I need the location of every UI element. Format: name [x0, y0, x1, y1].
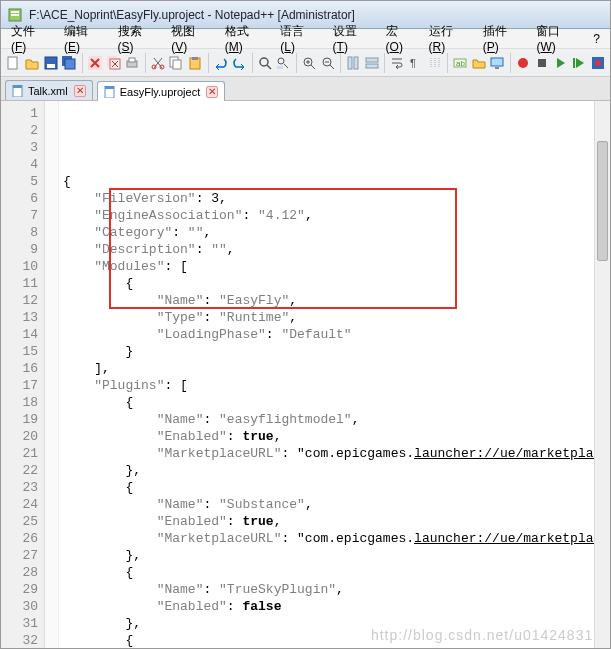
code-line[interactable]: {: [63, 275, 610, 292]
menu-S[interactable]: 搜索(S): [112, 22, 164, 55]
allchars-icon[interactable]: ¶: [408, 52, 425, 74]
toolbar: ¶ab: [1, 49, 610, 77]
tabbar: Talk.xml✕EasyFly.uproject✕: [1, 77, 610, 101]
svg-point-33: [518, 58, 528, 68]
code-line[interactable]: "Name": "EasyFly",: [63, 292, 610, 309]
editor-area: 1234567891011121314151617181920212223242…: [1, 101, 610, 649]
menu-V[interactable]: 视图(V): [165, 22, 217, 55]
undo-icon[interactable]: [212, 52, 229, 74]
code-line[interactable]: }: [63, 343, 610, 360]
svg-rect-12: [129, 58, 135, 62]
monitor-icon[interactable]: [489, 52, 506, 74]
line-number: 4: [1, 156, 38, 173]
svg-rect-1: [11, 11, 19, 13]
line-number: 16: [1, 360, 38, 377]
replace-icon[interactable]: [275, 52, 292, 74]
code-line[interactable]: {: [63, 479, 610, 496]
code-line[interactable]: },: [63, 547, 610, 564]
code-line[interactable]: },: [63, 462, 610, 479]
menu-?[interactable]: ?: [587, 31, 606, 47]
line-number: 28: [1, 564, 38, 581]
code-view[interactable]: http://blog.csdn.net/u014248312 { "FileV…: [59, 101, 610, 649]
print-icon[interactable]: [124, 52, 141, 74]
save-icon[interactable]: [42, 52, 59, 74]
line-number: 15: [1, 343, 38, 360]
sync-v-icon[interactable]: [345, 52, 362, 74]
code-line[interactable]: ],: [63, 360, 610, 377]
tab-close-icon[interactable]: ✕: [74, 85, 86, 97]
repeat-icon[interactable]: [571, 52, 588, 74]
code-line[interactable]: "Type": "Runtime",: [63, 309, 610, 326]
menu-P[interactable]: 插件(P): [477, 22, 529, 55]
code-line[interactable]: "Enabled": true,: [63, 428, 610, 445]
menu-E[interactable]: 编辑(E): [58, 22, 110, 55]
line-number: 8: [1, 224, 38, 241]
close-icon[interactable]: [87, 52, 104, 74]
code-line[interactable]: },: [63, 615, 610, 632]
code-line[interactable]: "FileVersion": 3,: [63, 190, 610, 207]
code-line[interactable]: "LoadingPhase": "Default": [63, 326, 610, 343]
menu-O[interactable]: 宏(O): [380, 22, 421, 55]
redo-icon[interactable]: [231, 52, 248, 74]
open-icon[interactable]: [24, 52, 41, 74]
lang-icon[interactable]: ab: [452, 52, 469, 74]
menu-M[interactable]: 格式(M): [219, 22, 273, 55]
tab-Talk-xml[interactable]: Talk.xml✕: [5, 80, 93, 100]
tab-label: EasyFly.uproject: [120, 86, 201, 98]
code-line[interactable]: "Description": "",: [63, 241, 610, 258]
zoom-out-icon[interactable]: [319, 52, 336, 74]
line-number: 18: [1, 394, 38, 411]
code-line[interactable]: "MarketplaceURL": "com.epicgames.launche…: [63, 445, 610, 462]
stop-icon[interactable]: [533, 52, 550, 74]
fold-margin: [45, 101, 59, 649]
code-line[interactable]: {: [63, 394, 610, 411]
cut-icon[interactable]: [149, 52, 166, 74]
code-line[interactable]: "Name": "TrueSkyPlugin",: [63, 581, 610, 598]
code-line[interactable]: "Category": "",: [63, 224, 610, 241]
code-line[interactable]: "MarketplaceURL": "com.epicgames.launche…: [63, 530, 610, 547]
scrollbar-thumb[interactable]: [597, 141, 608, 261]
indent-guide-icon[interactable]: [426, 52, 443, 74]
play-icon[interactable]: [552, 52, 569, 74]
paste-icon[interactable]: [187, 52, 204, 74]
wordwrap-icon[interactable]: [389, 52, 406, 74]
tab-EasyFly-uproject[interactable]: EasyFly.uproject✕: [97, 81, 226, 101]
menu-T[interactable]: 设置(T): [327, 22, 378, 55]
folder-icon[interactable]: [470, 52, 487, 74]
vertical-scrollbar[interactable]: [594, 101, 610, 649]
menu-R[interactable]: 运行(R): [423, 22, 475, 55]
svg-rect-2: [11, 14, 19, 16]
close-all-icon[interactable]: [105, 52, 122, 74]
code-line[interactable]: "Name": "Substance",: [63, 496, 610, 513]
line-number: 30: [1, 598, 38, 615]
save-macro-icon[interactable]: [589, 52, 606, 74]
menu-F[interactable]: 文件(F): [5, 22, 56, 55]
code-line[interactable]: "Modules": [: [63, 258, 610, 275]
line-number: 23: [1, 479, 38, 496]
code-line[interactable]: "Name": "easyflightmodel",: [63, 411, 610, 428]
svg-point-36: [595, 60, 601, 66]
record-icon[interactable]: [514, 52, 531, 74]
code-line[interactable]: "Plugins": [: [63, 377, 610, 394]
file-icon: [12, 85, 24, 97]
code-line[interactable]: {: [63, 564, 610, 581]
toolbar-separator: [145, 53, 146, 73]
new-icon[interactable]: [5, 52, 22, 74]
tab-close-icon[interactable]: ✕: [206, 86, 218, 98]
zoom-in-icon[interactable]: [301, 52, 318, 74]
code-line[interactable]: "Enabled": true,: [63, 513, 610, 530]
save-all-icon[interactable]: [61, 52, 78, 74]
code-line[interactable]: {: [63, 632, 610, 649]
menu-L[interactable]: 语言(L): [274, 22, 324, 55]
code-line[interactable]: "EngineAssociation": "4.12",: [63, 207, 610, 224]
code-line[interactable]: "Enabled": false: [63, 598, 610, 615]
toolbar-separator: [252, 53, 253, 73]
file-icon: [104, 86, 116, 98]
code-line[interactable]: {: [63, 173, 610, 190]
toolbar-separator: [82, 53, 83, 73]
sync-h-icon[interactable]: [363, 52, 380, 74]
line-number: 29: [1, 581, 38, 598]
find-icon[interactable]: [256, 52, 273, 74]
copy-icon[interactable]: [168, 52, 185, 74]
menu-W[interactable]: 窗口(W): [530, 22, 585, 55]
